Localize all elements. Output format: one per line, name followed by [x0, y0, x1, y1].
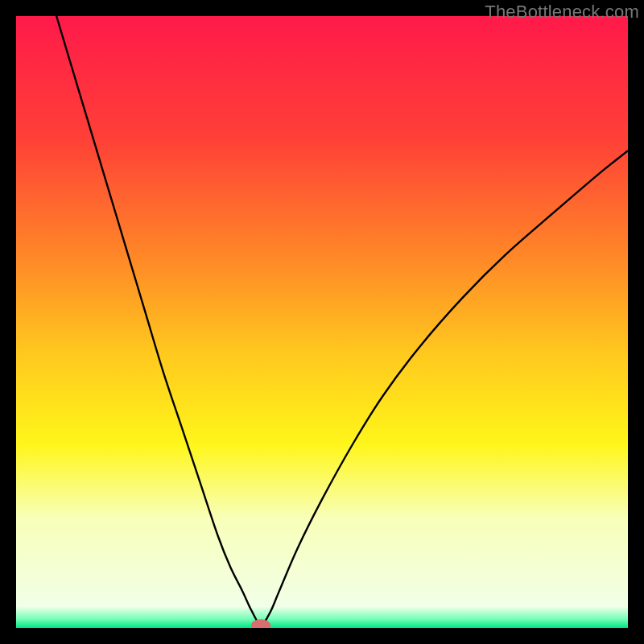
gradient-background	[16, 16, 628, 628]
chart-frame	[16, 16, 628, 628]
watermark-text: TheBottleneck.com	[485, 2, 639, 23]
bottleneck-chart	[16, 16, 628, 628]
